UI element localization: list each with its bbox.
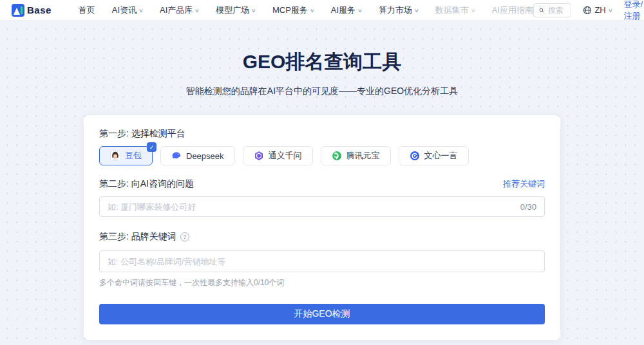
nav-item-ai-service[interactable]: AI服务∨ — [331, 5, 362, 16]
step3-label: 第三步: 品牌关键词 ? — [99, 231, 545, 243]
nav-item-ai-news[interactable]: AI资讯∨ — [112, 5, 143, 16]
search-box[interactable] — [533, 3, 571, 17]
brand-keywords-input[interactable] — [108, 257, 536, 266]
globe-icon — [583, 6, 592, 15]
geo-check-card: 第一步: 选择检测平台 豆包 ✓ — [84, 115, 560, 340]
aibase-logo[interactable]: Base — [12, 4, 52, 17]
step1-label: 第一步: 选择检测平台 — [99, 128, 545, 140]
brand-input-hint: 多个命中词请按回车键，一次性最多支持输入0/10个词 — [99, 277, 545, 288]
login-register-link[interactable]: 登录/注册 — [624, 0, 644, 22]
deepseek-icon — [171, 151, 182, 161]
chevron-down-icon: ∨ — [608, 8, 613, 14]
doubao-icon — [110, 151, 120, 161]
platform-selector: 豆包 ✓ Deepseek 通义千问 — [99, 146, 545, 165]
language-switcher[interactable]: ZH ∨ — [583, 5, 612, 15]
brand-input-wrap — [99, 250, 545, 272]
page-title: GEO排名查询工具 — [0, 21, 644, 75]
platform-label: 腾讯元宝 — [346, 150, 380, 162]
chevron-down-icon: ∨ — [357, 8, 363, 14]
search-icon — [539, 6, 544, 14]
platform-deepseek[interactable]: Deepseek — [160, 146, 235, 165]
nav-item-home[interactable]: 首页 — [79, 5, 95, 16]
nav-item-data-market[interactable]: 数据集市∨ — [435, 5, 475, 16]
nav-item-mcp-service[interactable]: MCP服务∨ — [272, 5, 314, 16]
nav-item-ai-products[interactable]: AI产品库∨ — [160, 5, 199, 16]
chevron-down-icon: ∨ — [471, 8, 476, 14]
top-navbar: Base 首页 AI资讯∨ AI产品库∨ 模型广场∨ MCP服务∨ AI服务∨ … — [0, 0, 644, 21]
page-subtitle: 智能检测您的品牌在AI平台中的可见度——专业的GEO优化分析工具 — [0, 86, 644, 97]
platform-label: 豆包 — [125, 150, 142, 162]
nav-item-ai-guide[interactable]: AI应用指南 — [492, 5, 533, 16]
platform-doubao[interactable]: 豆包 ✓ — [99, 146, 153, 165]
search-input[interactable] — [548, 6, 565, 15]
chevron-down-icon: ∨ — [138, 8, 144, 14]
nav-item-model-plaza[interactable]: 模型广场∨ — [216, 5, 256, 16]
chevron-down-icon: ∨ — [251, 8, 256, 14]
question-input-wrap: 0/30 — [99, 196, 545, 217]
platform-label: 文心一言 — [424, 150, 458, 162]
nav-right-group: ZH ∨ 登录/注册 — [533, 0, 644, 22]
step2-label: 第二步: 向AI咨询的问题 — [99, 178, 194, 190]
question-char-counter: 0/30 — [520, 202, 536, 212]
nav-item-compute-market[interactable]: 算力市场∨ — [379, 5, 419, 16]
platform-label: 通义千问 — [269, 150, 302, 162]
wenxin-icon — [410, 151, 420, 161]
aibase-logo-icon — [12, 4, 24, 17]
hero-section: GEO排名查询工具 智能检测您的品牌在AI平台中的可见度——专业的GEO优化分析… — [0, 21, 644, 345]
language-label: ZH — [594, 5, 605, 15]
chevron-down-icon: ∨ — [310, 8, 315, 14]
question-input[interactable] — [108, 202, 515, 212]
platform-tencent-yuanbao[interactable]: 腾讯元宝 — [321, 146, 391, 165]
qwen-icon — [254, 151, 264, 161]
chevron-down-icon: ∨ — [194, 8, 200, 14]
start-geo-check-button[interactable]: 开始GEO检测 — [99, 304, 545, 324]
help-icon[interactable]: ? — [180, 232, 189, 241]
selected-check-icon: ✓ — [147, 142, 156, 152]
logo-text: Base — [27, 5, 52, 15]
yuanbao-icon — [332, 151, 342, 161]
recommended-keywords-link[interactable]: 推荐关键词 — [503, 178, 545, 190]
chevron-down-icon: ∨ — [414, 8, 419, 14]
nav-menu: 首页 AI资讯∨ AI产品库∨ 模型广场∨ MCP服务∨ AI服务∨ 算力市场∨… — [79, 5, 533, 16]
platform-tongyi-qianwen[interactable]: 通义千问 — [243, 146, 313, 165]
platform-label: Deepseek — [186, 151, 224, 161]
platform-wenxin-yiyan[interactable]: 文心一言 — [399, 146, 469, 165]
